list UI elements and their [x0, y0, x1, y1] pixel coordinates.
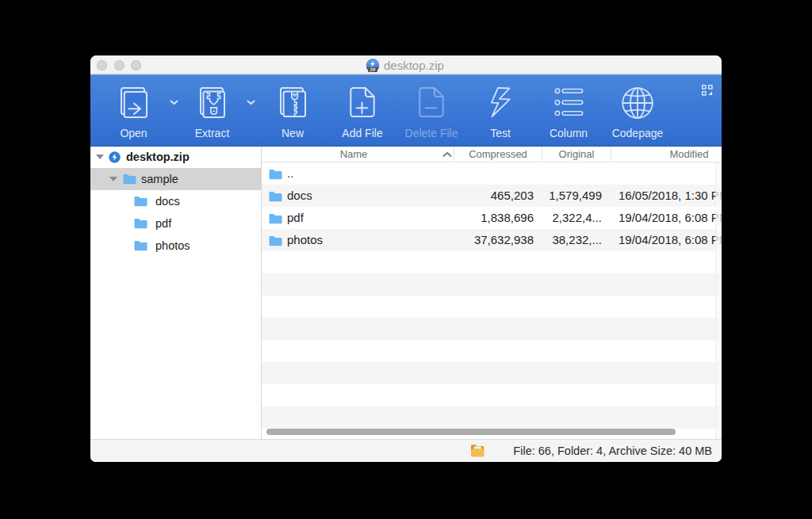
svg-text:ZIP: ZIP	[370, 68, 375, 72]
